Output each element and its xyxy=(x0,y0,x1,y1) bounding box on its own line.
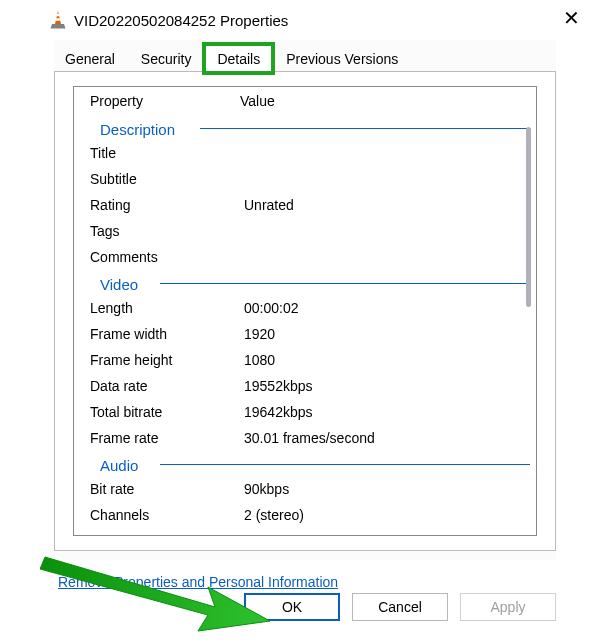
vlc-icon xyxy=(50,11,66,29)
dialog-buttons: OK Cancel Apply xyxy=(244,593,556,621)
titlebar: VID20220502084252 Properties xyxy=(38,0,600,40)
tab-security[interactable]: Security xyxy=(128,44,205,72)
svg-rect-1 xyxy=(54,18,62,20)
row-length[interactable]: Length 00:00:02 xyxy=(90,295,536,321)
tab-details[interactable]: Details xyxy=(204,44,273,72)
details-list: Property Value Description Title Subtitl… xyxy=(73,86,537,536)
remove-properties-link-area: Remove Properties and Personal Informati… xyxy=(58,574,600,590)
row-rating[interactable]: Rating Unrated xyxy=(90,192,536,218)
row-channels[interactable]: Channels 2 (stereo) xyxy=(90,502,536,528)
scrollbar-thumb[interactable] xyxy=(526,127,531,307)
row-frame-width[interactable]: Frame width 1920 xyxy=(90,321,536,347)
svg-rect-0 xyxy=(55,14,60,16)
header-property[interactable]: Property xyxy=(90,93,240,109)
row-tags[interactable]: Tags xyxy=(90,218,536,244)
group-video: Video xyxy=(90,270,536,295)
tab-details-label: Details xyxy=(217,51,260,67)
column-headers: Property Value xyxy=(74,87,536,115)
cancel-button[interactable]: Cancel xyxy=(352,593,448,621)
group-description: Description xyxy=(90,115,536,140)
row-title[interactable]: Title xyxy=(90,140,536,166)
row-frame-rate[interactable]: Frame rate 30.01 frames/second xyxy=(90,425,536,451)
row-bit-rate[interactable]: Bit rate 90kbps xyxy=(90,476,536,502)
ok-button[interactable]: OK xyxy=(244,593,340,621)
window-title: VID20220502084252 Properties xyxy=(74,12,288,29)
row-subtitle[interactable]: Subtitle xyxy=(90,166,536,192)
row-frame-height[interactable]: Frame height 1080 xyxy=(90,347,536,373)
details-panel: Property Value Description Title Subtitl… xyxy=(54,71,556,551)
row-total-bitrate[interactable]: Total bitrate 19642kbps xyxy=(90,399,536,425)
header-value[interactable]: Value xyxy=(240,93,536,109)
tab-strip: General Security Details Previous Versio… xyxy=(52,40,556,72)
group-audio: Audio xyxy=(90,451,536,476)
row-sample-rate[interactable]: Audio sample rate 48.000 kHz xyxy=(90,528,536,536)
remove-properties-link[interactable]: Remove Properties and Personal Informati… xyxy=(58,574,338,590)
apply-button: Apply xyxy=(460,593,556,621)
tab-general[interactable]: General xyxy=(52,44,128,72)
row-data-rate[interactable]: Data rate 19552kbps xyxy=(90,373,536,399)
tab-previous-versions[interactable]: Previous Versions xyxy=(273,44,411,72)
row-comments[interactable]: Comments xyxy=(90,244,536,270)
properties-dialog: VID20220502084252 Properties ✕ General S… xyxy=(0,0,600,643)
close-button[interactable]: ✕ xyxy=(563,8,580,28)
